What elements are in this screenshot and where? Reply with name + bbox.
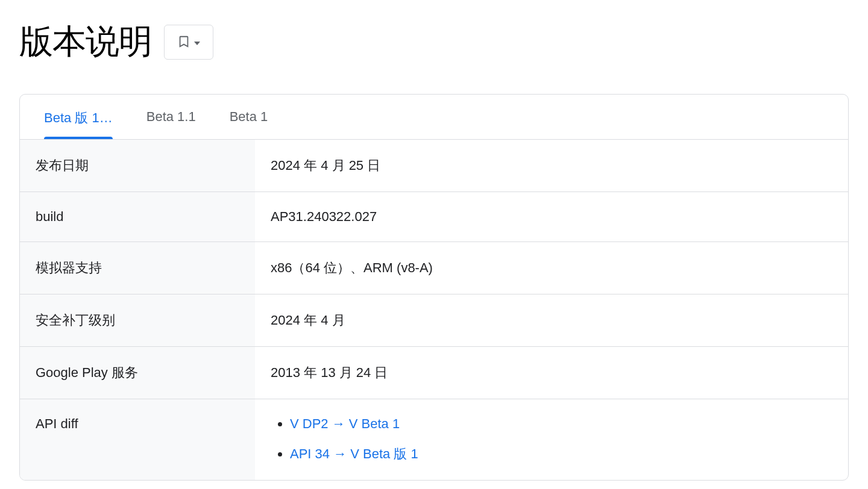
page-title: 版本说明 [19, 19, 152, 65]
table-row: 发布日期 2024 年 4 月 25 日 [20, 140, 848, 192]
page-header: 版本说明 [19, 19, 849, 65]
list-item: API 34 → V Beta 版 1 [290, 445, 832, 463]
row-value: AP31.240322.027 [255, 192, 848, 242]
release-card: Beta 版 1… Beta 1.1 Beta 1 发布日期 2024 年 4 … [19, 94, 849, 481]
tabs: Beta 版 1… Beta 1.1 Beta 1 [20, 95, 848, 140]
list-item: V DP2 → V Beta 1 [290, 416, 832, 432]
tab-beta-1-2[interactable]: Beta 版 1… [44, 95, 113, 139]
row-label: build [20, 192, 255, 242]
release-table: 发布日期 2024 年 4 月 25 日 build AP31.240322.0… [20, 140, 848, 480]
tab-beta-1-1[interactable]: Beta 1.1 [146, 95, 196, 139]
chevron-down-icon [194, 38, 200, 47]
table-row: 模拟器支持 x86（64 位）、ARM (v8-A) [20, 242, 848, 294]
api-diff-link[interactable]: V DP2 → V Beta 1 [290, 416, 400, 431]
row-label: Google Play 服务 [20, 347, 255, 399]
tab-beta-1[interactable]: Beta 1 [230, 95, 268, 139]
table-row: Google Play 服务 2013 年 13 月 24 日 [20, 347, 848, 399]
bookmark-button[interactable] [164, 25, 213, 60]
row-value: x86（64 位）、ARM (v8-A) [255, 242, 848, 294]
table-row: API diff V DP2 → V Beta 1 API 34 → V Bet… [20, 399, 848, 481]
row-label: 发布日期 [20, 140, 255, 192]
row-value-api-diff: V DP2 → V Beta 1 API 34 → V Beta 版 1 [255, 399, 848, 481]
row-label: 安全补丁级别 [20, 294, 255, 347]
api-diff-list: V DP2 → V Beta 1 API 34 → V Beta 版 1 [271, 416, 832, 463]
row-value: 2013 年 13 月 24 日 [255, 347, 848, 399]
row-value: 2024 年 4 月 [255, 294, 848, 347]
row-label: 模拟器支持 [20, 242, 255, 294]
api-diff-link[interactable]: API 34 → V Beta 版 1 [290, 446, 418, 461]
bookmark-icon [177, 33, 190, 52]
row-label: API diff [20, 399, 255, 481]
row-value: 2024 年 4 月 25 日 [255, 140, 848, 192]
table-row: build AP31.240322.027 [20, 192, 848, 242]
table-row: 安全补丁级别 2024 年 4 月 [20, 294, 848, 347]
